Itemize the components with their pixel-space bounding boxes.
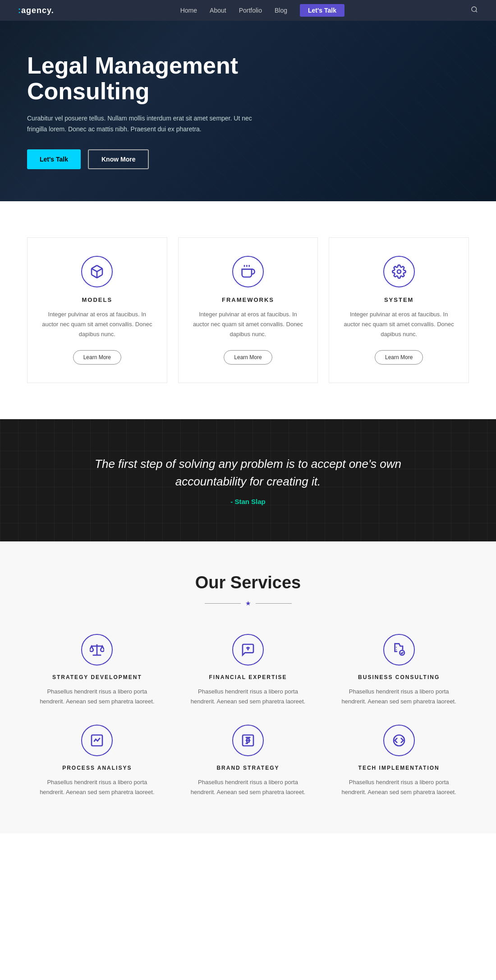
chat-dollar-icon: $ [241,643,255,657]
system-desc: Integer pulvinar at eros at faucibus. In… [342,310,456,339]
process-icon-circle [81,725,113,756]
services-section: Our Services ★ STRATEGY DEVELOPMENT Phas… [0,541,496,833]
brand-desc: Phasellus hendrerit risus a libero porta… [187,777,309,797]
code-icon [392,733,406,748]
know-more-button[interactable]: Know More [88,149,149,169]
financial-title: FINANCIAL EXPERTISE [187,674,309,681]
box-icon [90,264,104,279]
lets-talk-button[interactable]: Let's Talk [27,149,81,169]
navbar: :agency. Home About Portfolio Blog Let's… [0,0,496,21]
features-section: MODELS Integer pulvinar at eros at fauci… [0,201,496,419]
services-header: Our Services ★ [27,573,469,607]
models-desc: Integer pulvinar at eros at faucibus. In… [40,310,154,339]
brand-title: BRAND STRATEGY [187,764,309,772]
business-icon-circle [383,634,415,666]
process-desc: Phasellus hendrerit risus a libero porta… [36,777,158,797]
service-item-business: BUSINESS CONSULTING Phasellus hendrerit … [329,634,469,707]
site-logo: :agency. [18,6,54,15]
models-icon-circle [81,256,113,287]
hero-buttons: Let's Talk Know More [27,149,253,169]
models-learn-more[interactable]: Learn More [73,350,121,365]
service-item-financial: $ FINANCIAL EXPERTISE Phasellus hendreri… [178,634,318,707]
services-grid: STRATEGY DEVELOPMENT Phasellus hendrerit… [27,634,469,797]
services-heading: Our Services [27,573,469,592]
flag-icon [241,733,255,748]
search-icon[interactable] [471,6,478,15]
svg-line-1 [476,11,477,12]
business-desc: Phasellus hendrerit risus a libero porta… [338,687,460,707]
nav-about[interactable]: About [210,7,226,14]
feature-card-models: MODELS Integer pulvinar at eros at fauci… [27,237,167,383]
service-item-strategy: STRATEGY DEVELOPMENT Phasellus hendrerit… [27,634,167,707]
services-divider: ★ [27,600,469,607]
frameworks-icon-circle [232,256,264,287]
service-item-brand: BRAND STRATEGY Phasellus hendrerit risus… [178,725,318,797]
financial-icon-circle: $ [232,634,264,666]
system-learn-more[interactable]: Learn More [375,350,423,365]
nav-blog[interactable]: Blog [275,7,287,14]
financial-desc: Phasellus hendrerit risus a libero porta… [187,687,309,707]
scales-icon [90,643,104,657]
handshake-icon [392,643,406,657]
nav-links: Home About Portfolio Blog Let's Talk [180,6,344,14]
frameworks-title: FRAMEWORKS [191,296,305,303]
quote-banner: The first step of solving any problem is… [0,419,496,541]
feature-card-system: SYSTEM Integer pulvinar at eros at fauci… [329,237,469,383]
hero-title: Legal Management Consulting [27,53,253,104]
business-title: BUSINESS CONSULTING [338,674,460,681]
quote-text: The first step of solving any problem is… [90,455,406,490]
system-icon-circle [383,256,415,287]
strategy-desc: Phasellus hendrerit risus a libero porta… [36,687,158,707]
nav-cta-button[interactable]: Let's Talk [300,4,344,17]
divider-line-left [205,603,241,604]
service-item-process: PROCESS ANALISYS Phasellus hendrerit ris… [27,725,167,797]
models-title: MODELS [40,296,154,303]
chart-icon [90,733,104,748]
quote-author: - Stan Slap [27,498,469,505]
nav-portfolio[interactable]: Portfolio [239,7,262,14]
svg-point-6 [397,270,401,273]
frameworks-learn-more[interactable]: Learn More [224,350,272,365]
svg-text:$: $ [247,647,249,651]
feature-card-frameworks: FRAMEWORKS Integer pulvinar at eros at f… [178,237,318,383]
tech-desc: Phasellus hendrerit risus a libero porta… [338,777,460,797]
tech-title: TECH IMPLEMENTATION [338,764,460,772]
strategy-icon-circle [81,634,113,666]
hero-section: Legal Management Consulting Curabitur ve… [0,21,496,201]
tech-icon-circle [383,725,415,756]
strategy-title: STRATEGY DEVELOPMENT [36,674,158,681]
brand-icon-circle [232,725,264,756]
service-item-tech: TECH IMPLEMENTATION Phasellus hendrerit … [329,725,469,797]
frameworks-desc: Integer pulvinar at eros at faucibus. In… [191,310,305,339]
gear-icon [392,264,406,279]
divider-star-icon: ★ [245,600,251,607]
svg-point-0 [472,7,477,12]
hero-subtitle: Curabitur vel posuere tellus. Nullam mol… [27,113,253,135]
divider-line-right [256,603,292,604]
features-grid: MODELS Integer pulvinar at eros at fauci… [27,237,469,383]
process-title: PROCESS ANALISYS [36,764,158,772]
hand-icon [241,264,255,279]
hero-content: Legal Management Consulting Curabitur ve… [0,53,280,169]
system-title: SYSTEM [342,296,456,303]
nav-home[interactable]: Home [180,7,197,14]
